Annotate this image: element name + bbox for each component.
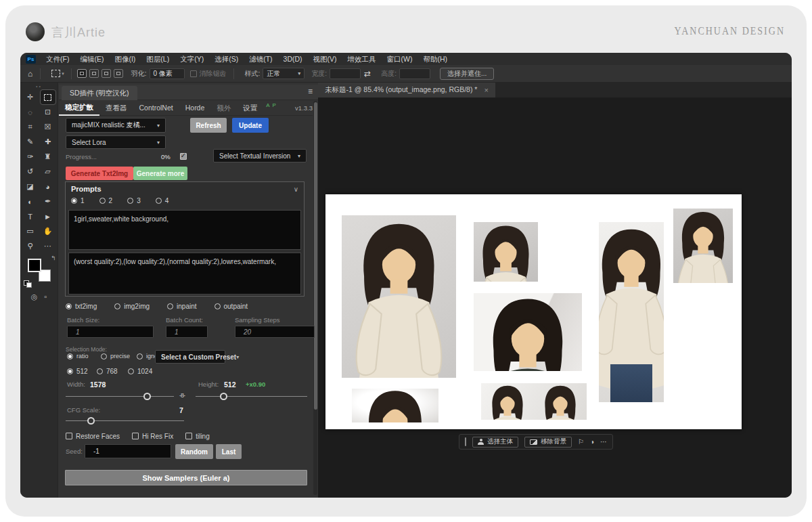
frame-tool[interactable]: ☒	[41, 120, 55, 134]
menu-select[interactable]: 选择(S)	[209, 53, 244, 65]
menu-image[interactable]: 图像(I)	[109, 53, 141, 65]
screen-mode-icon[interactable]: ▫	[44, 292, 47, 301]
lasso-tool[interactable]: ◌	[23, 105, 38, 119]
menu-type[interactable]: 文字(Y)	[175, 53, 209, 65]
width-input[interactable]	[330, 68, 361, 79]
menu-edit[interactable]: 编辑(E)	[74, 53, 109, 65]
negative-prompt-textarea[interactable]: (worst quality:2),(low quality:2),(norma…	[68, 253, 301, 295]
height-input[interactable]	[399, 68, 430, 79]
photo-two-poses[interactable]	[481, 383, 587, 420]
gradient-tool[interactable]: ◪	[23, 179, 38, 194]
crop-tool[interactable]: ⌗	[23, 120, 38, 134]
chevron-down-icon[interactable]: ▾	[62, 71, 64, 77]
menu-help[interactable]: 帮助(H)	[418, 53, 453, 65]
type-tool[interactable]: T	[23, 209, 38, 223]
artboard[interactable]	[325, 194, 742, 429]
menu-layer[interactable]: 图层(L)	[141, 53, 175, 65]
selmode-ratio[interactable]: ratio	[67, 353, 89, 360]
last-seed-button[interactable]: Last	[216, 444, 242, 459]
seed-input[interactable]: -1	[85, 444, 171, 458]
cfg-slider[interactable]	[66, 417, 184, 425]
menu-file[interactable]: 文件(F)	[41, 53, 74, 65]
pen-tool[interactable]: ✒	[41, 194, 55, 209]
default-colors-icon[interactable]	[24, 280, 31, 287]
tab-extra[interactable]: 额外	[210, 100, 237, 115]
photo-portrait-large[interactable]	[342, 215, 456, 378]
new-selection-icon[interactable]	[77, 69, 87, 78]
foreground-color-swatch[interactable]	[28, 259, 41, 272]
photo-bust-turtleneck[interactable]	[474, 222, 538, 282]
eyedropper-tool[interactable]: ✎	[23, 135, 38, 149]
panel-grip[interactable]: ••	[20, 84, 58, 89]
prompt-slot-2[interactable]: 2	[99, 197, 113, 204]
batch-count-input[interactable]: 1	[166, 326, 208, 338]
feather-input[interactable]: 0 像素	[150, 68, 185, 79]
menu-plugins[interactable]: 增效工具	[342, 53, 382, 65]
width-slider[interactable]	[66, 393, 174, 401]
clone-stamp-tool[interactable]: ♜	[41, 150, 55, 164]
show-samplers-button[interactable]: Show Samplers (Euler a)	[65, 470, 307, 485]
tab-controlnet[interactable]: ControlNet	[133, 100, 179, 115]
panel-menu-icon[interactable]: ≡	[308, 87, 313, 96]
photo-wide-pose[interactable]	[352, 389, 438, 422]
generate-txt2img-button[interactable]: Generate Txt2Img	[66, 167, 133, 180]
size-1024[interactable]: 1024	[128, 368, 152, 375]
generate-more-button[interactable]: Generate more	[133, 167, 187, 180]
object-selection-tool[interactable]: ⊡	[41, 105, 55, 119]
lora-select[interactable]: Select Lora▾	[66, 135, 166, 149]
swap-colors-icon[interactable]: ↰	[51, 255, 56, 261]
color-swatches[interactable]: ↰	[28, 259, 51, 282]
size-512[interactable]: 512	[67, 368, 88, 375]
dodge-tool[interactable]: ◐	[23, 194, 38, 209]
document-tab[interactable]: 未标题-1 @ 85.4% (output_image.png, RGB/8) …	[318, 83, 495, 97]
mode-img2img[interactable]: img2img	[114, 303, 150, 310]
intersect-selection-icon[interactable]	[114, 69, 123, 78]
style-select[interactable]: 正常 ▾	[263, 68, 304, 79]
batch-size-input[interactable]: 1	[67, 326, 154, 338]
photo-full-body[interactable]	[599, 222, 664, 402]
size-768[interactable]: 768	[97, 368, 118, 375]
close-icon[interactable]: ×	[484, 86, 488, 94]
select-subject-button[interactable]: 选择主体	[472, 437, 518, 448]
more-options-icon[interactable]: ⋯	[600, 438, 607, 445]
update-button[interactable]: Update	[232, 118, 269, 133]
taskbar-grip[interactable]	[465, 437, 466, 446]
healing-brush-tool[interactable]: ✚	[41, 135, 55, 149]
refresh-button[interactable]: Refresh	[190, 118, 227, 133]
tab-settings[interactable]: 设置	[237, 100, 263, 115]
select-and-mask-button[interactable]: 选择并遮住...	[440, 68, 494, 80]
mode-inpaint[interactable]: inpaint	[167, 303, 196, 310]
prompt-slot-4[interactable]: 4	[156, 197, 169, 204]
random-seed-button[interactable]: Random	[175, 444, 213, 459]
photo-bust-right[interactable]	[673, 209, 733, 283]
move-tool[interactable]: ✛	[23, 90, 38, 104]
eraser-tool[interactable]: ▱	[41, 165, 55, 179]
contrast-icon[interactable]: ◑	[590, 438, 594, 445]
home-icon[interactable]: ⌂	[24, 69, 36, 79]
flag-icon[interactable]: ⚐	[578, 438, 584, 445]
blur-tool[interactable]: ◕	[41, 179, 55, 194]
menu-view[interactable]: 视图(V)	[308, 53, 342, 65]
panel-title-tab[interactable]: SD插件 (明空汉化)	[62, 86, 137, 100]
hires-fix-checkbox[interactable]	[132, 433, 139, 439]
brush-tool[interactable]: ✑	[23, 150, 38, 164]
subtract-selection-icon[interactable]	[102, 69, 111, 78]
marquee-tool[interactable]	[41, 90, 55, 104]
tab-stable-diffusion[interactable]: 稳定扩散	[59, 100, 99, 116]
collapse-icon[interactable]: ∨	[294, 186, 298, 193]
history-brush-tool[interactable]: ↺	[23, 165, 38, 179]
menu-filter[interactable]: 滤镜(T)	[244, 53, 277, 65]
mode-txt2img[interactable]: txt2img	[66, 303, 97, 310]
menu-3d[interactable]: 3D(D)	[278, 53, 308, 65]
positive-prompt-textarea[interactable]: 1girl,sweater,white background,	[68, 210, 301, 250]
antialias-checkbox[interactable]	[190, 70, 197, 77]
tiling-checkbox[interactable]	[185, 433, 192, 439]
link-dimensions-icon[interactable]: -8-	[179, 392, 185, 399]
sampling-steps-input[interactable]: 20	[235, 326, 315, 338]
selmode-precise[interactable]: precise	[101, 353, 130, 360]
quick-mask-icon[interactable]: ◎	[31, 292, 38, 301]
rectangle-tool[interactable]: ▭	[23, 224, 38, 238]
path-select-tool[interactable]: ►	[41, 209, 55, 223]
photo-dark-sweater[interactable]	[474, 293, 582, 371]
preset-select[interactable]: Select a Custom Preset▾	[155, 350, 225, 364]
